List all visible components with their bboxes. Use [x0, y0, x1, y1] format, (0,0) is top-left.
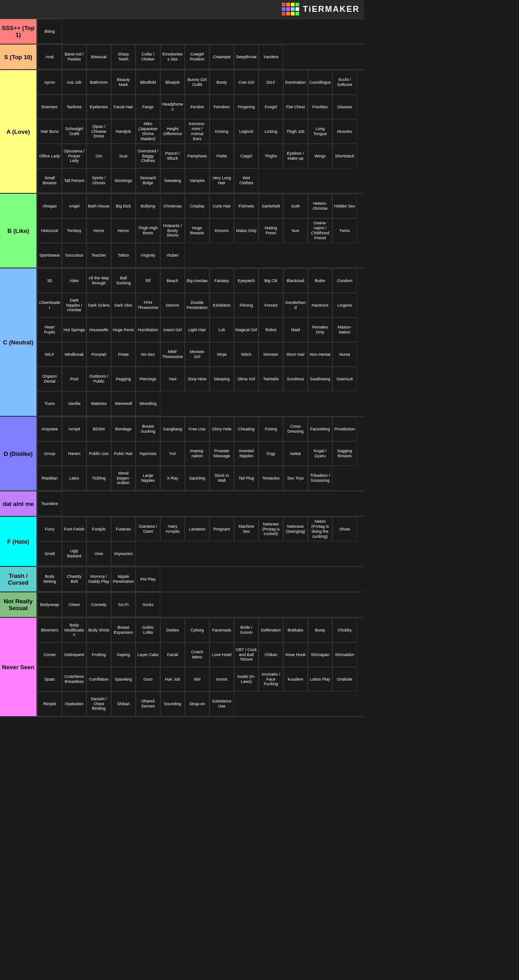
tier-item[interactable]: Hair Job [160, 667, 185, 692]
tier-item[interactable]: Double Penetration [185, 293, 209, 318]
tier-item[interactable]: Butler [308, 268, 332, 293]
tier-item[interactable]: Cunnilingus [308, 70, 332, 95]
tier-item[interactable]: Vanilla [62, 391, 86, 416]
tier-item[interactable]: Shimaidon [332, 642, 357, 667]
tier-item[interactable]: Big Clit [259, 268, 283, 293]
tier-item[interactable]: Pet Play [136, 567, 160, 591]
tier-item[interactable]: Isekai [283, 441, 308, 466]
tier-item[interactable]: Cumflation [86, 667, 111, 692]
tier-item[interactable]: Females Only [308, 318, 332, 342]
tier-item[interactable]: Oversized / Baggy Clothes [136, 144, 160, 168]
tier-item[interactable]: DILF [259, 70, 283, 95]
tier-item[interactable]: Hypnosis [136, 441, 160, 466]
tier-item[interactable]: Clown [62, 592, 86, 617]
tier-item[interactable]: Chastity Belt [62, 567, 86, 591]
tier-item[interactable]: X-Ray [160, 466, 185, 490]
tier-item[interactable]: Magical Girl [234, 318, 259, 342]
tier-item[interactable]: Vtuber [160, 243, 185, 268]
tier-item[interactable]: Bisexual [86, 45, 111, 69]
tier-item[interactable]: Defloration [259, 618, 283, 642]
tier-item[interactable]: Wrestling [136, 391, 160, 416]
tier-item[interactable]: Bathroom [86, 70, 111, 95]
tier-item[interactable]: Frotting [86, 642, 111, 667]
tier-item[interactable]: Hetero-chromia [308, 194, 332, 218]
tier-item[interactable]: All the Way through [86, 268, 111, 293]
tier-item[interactable]: Horns [86, 218, 111, 243]
tier-item[interactable]: Big Areolae [185, 268, 209, 293]
tier-item[interactable]: Petite [209, 144, 234, 168]
tier-item[interactable]: Fantasy [209, 268, 234, 293]
tier-item[interactable]: Dark Skin [111, 293, 136, 318]
tier-item[interactable]: Genderbend [283, 293, 308, 318]
tier-item[interactable]: Socks [136, 592, 160, 617]
tier-item[interactable]: Voyeurism [111, 541, 136, 566]
tier-item[interactable]: Handjob [111, 119, 136, 144]
tier-item[interactable]: Monster Girl [185, 342, 209, 367]
tier-item[interactable]: Garterbelt [259, 194, 283, 218]
tier-item[interactable]: Loli [209, 318, 234, 342]
tier-item[interactable]: Elf [136, 268, 160, 293]
tier-item[interactable]: Monster [259, 342, 283, 367]
tier-item[interactable]: Heart Pupils [37, 318, 62, 342]
tier-item[interactable]: Domination [283, 70, 308, 95]
tier-item[interactable]: Paizuri / titfuck [160, 144, 185, 168]
tier-item[interactable]: Non-Hentai [308, 342, 332, 367]
tier-item[interactable]: Tribadism / Scissoring [308, 466, 332, 490]
tier-item[interactable]: Busty [308, 618, 332, 642]
tier-item[interactable]: Irrumatio / Face Fucking [259, 667, 283, 692]
tier-item[interactable]: Femboi [185, 95, 209, 119]
tier-item[interactable]: Pool [62, 367, 86, 391]
tier-item[interactable]: Hotpants / Booty Shorts [160, 218, 185, 243]
tier-item[interactable]: Impreg-nation [185, 441, 209, 466]
tier-item[interactable]: Fingering [234, 95, 259, 119]
tier-item[interactable]: Guro [136, 667, 160, 692]
tier-item[interactable]: Outdoors / Public [86, 367, 111, 391]
tier-item[interactable]: Tickling [86, 466, 111, 490]
tier-item[interactable]: Thigh Job [283, 119, 308, 144]
tier-item[interactable]: Giantess / Giant [136, 517, 160, 541]
tier-item[interactable]: Nose Hook [283, 642, 308, 667]
tier-item[interactable]: Kuudere [283, 667, 308, 692]
tier-item[interactable]: Chubby [332, 618, 357, 642]
tier-item[interactable]: Long Tongue [308, 119, 332, 144]
tier-item[interactable]: Tentacles [259, 466, 283, 490]
tier-item[interactable]: Netorare (Protag is cucked) [259, 517, 283, 541]
tier-item[interactable]: Oni [86, 144, 111, 168]
tier-item[interactable]: Free Use [185, 417, 209, 441]
tier-item[interactable]: Kemono-mimi / Animal Ears [185, 119, 209, 144]
tier-item[interactable]: CBT / Cock and Ball Torture [234, 642, 259, 667]
tier-item[interactable]: Body Writing [37, 567, 62, 591]
tier-item[interactable]: Sweating [160, 168, 185, 193]
tier-item[interactable]: Tail Plug [234, 466, 259, 490]
tier-item[interactable]: Short Hair [283, 342, 308, 367]
tier-item[interactable]: Lingerie [332, 293, 357, 318]
tier-item[interactable]: Thigh High Boots [136, 218, 160, 243]
tier-item[interactable]: Facemask [209, 618, 234, 642]
tier-item[interactable]: Hair Buns [37, 119, 62, 144]
tier-item[interactable]: Machine Sex [234, 517, 259, 541]
tier-item[interactable]: Ball Sucking [111, 268, 136, 293]
tier-item[interactable]: Yuri [160, 441, 185, 466]
tier-item[interactable]: BDSM [86, 417, 111, 441]
tier-item[interactable]: Cheating [234, 417, 259, 441]
tier-item[interactable]: Strap-on [185, 692, 209, 716]
tier-item[interactable]: Wet Clothes [234, 168, 259, 193]
tier-item[interactable]: Stomach Bulge [136, 168, 160, 193]
tier-item[interactable]: Swallowing [308, 367, 332, 391]
tier-item[interactable]: Beauty Mark [111, 70, 136, 95]
tier-item[interactable]: Group [37, 441, 62, 466]
tier-item[interactable]: Emotionless Sex [160, 45, 185, 69]
tier-item[interactable]: Fisting [259, 417, 283, 441]
tier-item[interactable]: Nurse [332, 342, 357, 367]
tier-item[interactable]: Inverted Nipples [234, 441, 259, 466]
tier-item[interactable]: Pregnant [209, 517, 234, 541]
tier-item[interactable]: Filming [234, 293, 259, 318]
tier-item[interactable]: Sixty-Nine [185, 367, 209, 391]
tier-item[interactable]: Sundress [283, 367, 308, 391]
tier-item[interactable]: Body Shots [86, 618, 111, 642]
tier-item[interactable]: Nun [283, 218, 308, 243]
tier-item[interactable]: Teacher [86, 243, 111, 268]
tier-item[interactable]: Sagging Breasts [332, 441, 357, 466]
tier-item[interactable]: Facial [160, 642, 185, 667]
tier-item[interactable]: Forced [259, 293, 283, 318]
